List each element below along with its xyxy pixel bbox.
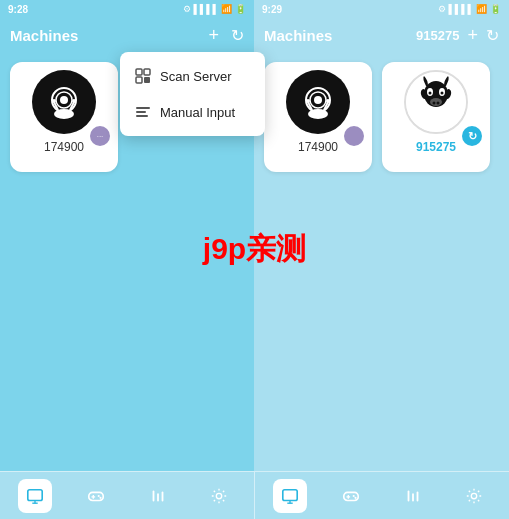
dropdown-menu: Scan Server Manual Input xyxy=(120,52,265,136)
svg-point-8 xyxy=(72,99,76,103)
svg-point-4 xyxy=(54,109,74,119)
svg-point-59 xyxy=(472,493,477,498)
svg-rect-10 xyxy=(144,69,150,75)
svg-point-32 xyxy=(433,102,436,105)
machine-id-right-2: 915275 xyxy=(416,140,456,154)
svg-point-19 xyxy=(314,96,322,104)
nav-bars-left[interactable] xyxy=(141,479,175,513)
svg-rect-13 xyxy=(136,107,150,109)
svg-rect-12 xyxy=(144,77,150,83)
svg-rect-51 xyxy=(344,492,358,500)
dropdown-item-manual[interactable]: Manual Input xyxy=(120,94,265,130)
svg-point-29 xyxy=(429,92,432,95)
machine-card-left[interactable]: ··· 174900 xyxy=(10,62,118,172)
server-id-display: 915275 xyxy=(416,28,459,43)
machine-card-right-2[interactable]: ↻ 915275 xyxy=(382,62,490,172)
manual-input-icon xyxy=(134,103,152,121)
manual-input-label: Manual Input xyxy=(160,105,235,120)
signal-icon-left: ⚙ ▌▌▌▌ 📶 🔋 xyxy=(183,4,246,14)
refresh-button-left[interactable]: ↻ xyxy=(231,26,244,45)
svg-rect-56 xyxy=(407,490,409,501)
signal-icon-right: ⚙ ▌▌▌▌ 📶 🔋 xyxy=(438,4,501,14)
svg-rect-58 xyxy=(416,491,418,501)
svg-rect-9 xyxy=(136,69,142,75)
machine-indicator-right-1 xyxy=(344,126,364,146)
svg-point-47 xyxy=(217,493,222,498)
svg-point-24 xyxy=(326,99,330,103)
machine-indicator-left: ··· xyxy=(90,126,110,146)
machine-avatar-right-1 xyxy=(286,70,350,134)
svg-point-23 xyxy=(306,99,310,103)
nav-gamepad-right[interactable] xyxy=(334,479,368,513)
machine-id-right-1: 174900 xyxy=(298,140,338,154)
status-time-left: 9:28 xyxy=(8,4,28,15)
status-bar-left: 9:28 ⚙ ▌▌▌▌ 📶 🔋 xyxy=(0,0,254,18)
machine-card-right-1[interactable]: 174900 xyxy=(264,62,372,172)
nav-settings-right[interactable] xyxy=(457,479,491,513)
svg-rect-46 xyxy=(161,491,163,501)
header-left: Machines + ↻ xyxy=(0,18,254,52)
svg-rect-44 xyxy=(152,490,154,501)
bottom-nav xyxy=(0,471,509,519)
add-button-left[interactable]: + xyxy=(208,26,219,44)
nav-screen-left[interactable] xyxy=(18,479,52,513)
svg-rect-15 xyxy=(136,115,148,117)
svg-rect-39 xyxy=(89,492,103,500)
machine-avatar-left xyxy=(32,70,96,134)
svg-point-33 xyxy=(437,102,440,105)
refresh-button-right[interactable]: ↻ xyxy=(486,26,499,45)
svg-point-7 xyxy=(52,99,56,103)
svg-point-43 xyxy=(100,496,102,498)
svg-point-42 xyxy=(98,494,100,496)
add-button-right[interactable]: + xyxy=(467,26,478,44)
machine-indicator-right-2: ↻ xyxy=(462,126,482,146)
nav-settings-left[interactable] xyxy=(202,479,236,513)
machine-avatar-right-2 xyxy=(404,70,468,134)
svg-rect-48 xyxy=(283,489,297,500)
svg-point-31 xyxy=(430,98,442,106)
svg-point-30 xyxy=(441,92,444,95)
header-right: Machines 915275 + ↻ xyxy=(254,18,509,52)
status-bar-right: 9:29 ⚙ ▌▌▌▌ 📶 🔋 xyxy=(254,0,509,18)
svg-rect-36 xyxy=(28,489,42,500)
scan-server-label: Scan Server xyxy=(160,69,232,84)
svg-point-3 xyxy=(60,96,68,104)
svg-point-54 xyxy=(353,494,355,496)
nav-screen-right[interactable] xyxy=(273,479,307,513)
svg-rect-11 xyxy=(136,77,142,83)
dropdown-item-scan[interactable]: Scan Server xyxy=(120,58,265,94)
header-title-left: Machines xyxy=(10,27,78,44)
nav-gamepad-left[interactable] xyxy=(79,479,113,513)
svg-point-55 xyxy=(355,496,357,498)
svg-rect-45 xyxy=(157,493,159,501)
svg-point-20 xyxy=(308,109,328,119)
scan-icon xyxy=(134,67,152,85)
svg-rect-57 xyxy=(412,493,414,501)
status-time-right: 9:29 xyxy=(262,4,282,15)
svg-rect-14 xyxy=(136,111,146,113)
machine-id-left: 174900 xyxy=(44,140,84,154)
header-title-right: Machines xyxy=(264,27,332,44)
nav-bars-right[interactable] xyxy=(396,479,430,513)
